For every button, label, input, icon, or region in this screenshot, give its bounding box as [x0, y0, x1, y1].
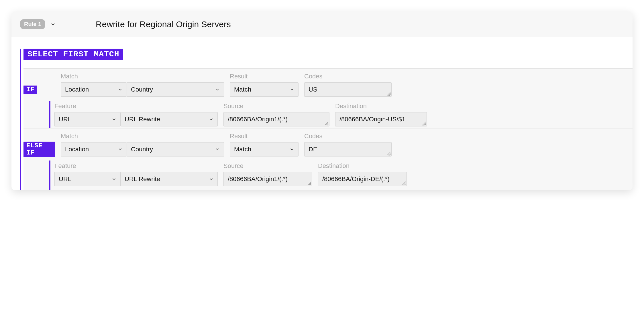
source-label: Source	[223, 162, 312, 170]
feature-category-select[interactable]: URL	[54, 112, 120, 126]
result-select[interactable]: Match	[230, 142, 299, 156]
source-input[interactable]: /80666BA/Origin1/(.*)	[223, 112, 329, 126]
destination-value: /80666BA/Origin-DE/(.*)	[322, 175, 390, 183]
match-label: Match	[61, 73, 224, 80]
match-category-select[interactable]: Location	[61, 82, 127, 97]
chevron-down-icon	[112, 117, 116, 122]
feature-action-select[interactable]: URL Rewrite	[120, 172, 218, 186]
match-label: Match	[61, 132, 224, 140]
rule-number-badge: Rule 1	[20, 19, 45, 29]
match-field-value: Country	[131, 86, 153, 93]
source-label: Source	[223, 102, 329, 110]
chevron-down-icon	[118, 87, 123, 92]
source-value: /80666BA/Origin1/(.*)	[228, 116, 288, 123]
feature-label: Feature	[54, 102, 218, 110]
result-value: Match	[234, 146, 251, 153]
feature-label: Feature	[54, 162, 218, 170]
chevron-down-icon	[290, 87, 294, 92]
feature-section: Feature URL URL Rewrite	[49, 161, 633, 190]
match-category-value: Location	[65, 146, 89, 153]
chevron-down-icon	[290, 147, 294, 152]
resize-grip-icon	[402, 181, 406, 186]
select-first-match-section: SELECT FIRST MATCH IF Match Location	[20, 49, 633, 190]
expand-toggle[interactable]	[50, 22, 56, 27]
feature-action-value: URL Rewrite	[125, 116, 160, 123]
condition-block: ELSE IF Match Location	[23, 128, 633, 190]
if-keyword-badge: IF	[23, 86, 37, 94]
select-first-match-badge: SELECT FIRST MATCH	[23, 49, 123, 60]
match-field-value: Country	[131, 146, 153, 153]
match-field-select[interactable]: Country	[127, 142, 224, 156]
resize-grip-icon	[307, 181, 312, 186]
chevron-down-icon	[209, 177, 213, 181]
codes-input[interactable]: DE	[304, 142, 392, 156]
rule-card: Rule 1 Rewrite for Regional Origin Serve…	[11, 11, 633, 190]
result-select[interactable]: Match	[230, 82, 299, 97]
match-category-select[interactable]: Location	[61, 142, 127, 156]
destination-label: Destination	[335, 102, 427, 110]
resize-grip-icon	[386, 151, 391, 156]
codes-value: US	[309, 86, 317, 93]
feature-category-value: URL	[59, 116, 71, 123]
resize-grip-icon	[386, 92, 391, 96]
source-input[interactable]: /80666BA/Origin1/(.*)	[223, 172, 312, 186]
match-category-value: Location	[65, 86, 89, 93]
chevron-down-icon	[118, 147, 123, 152]
codes-value: DE	[309, 146, 317, 153]
result-label: Result	[230, 132, 299, 140]
condition-block: IF Match Location Count	[23, 68, 633, 128]
feature-action-select[interactable]: URL Rewrite	[120, 112, 218, 126]
resize-grip-icon	[422, 121, 426, 126]
else-if-keyword-badge: ELSE IF	[23, 142, 55, 157]
chevron-down-icon	[209, 117, 213, 122]
destination-value: /80666BA/Origin-US/$1	[339, 116, 405, 123]
resize-grip-icon	[324, 121, 329, 126]
feature-category-select[interactable]: URL	[54, 172, 120, 186]
result-label: Result	[230, 73, 299, 80]
rule-title: Rewrite for Regional Origin Servers	[96, 19, 231, 29]
card-body: SELECT FIRST MATCH IF Match Location	[11, 37, 633, 190]
match-field-select[interactable]: Country	[127, 82, 224, 97]
result-value: Match	[234, 86, 251, 93]
codes-label: Codes	[304, 132, 392, 140]
codes-label: Codes	[304, 73, 392, 80]
chevron-down-icon	[215, 147, 220, 152]
chevron-down-icon	[50, 22, 56, 27]
card-header: Rule 1 Rewrite for Regional Origin Serve…	[11, 11, 633, 37]
codes-input[interactable]: US	[304, 82, 392, 97]
destination-label: Destination	[318, 162, 407, 170]
chevron-down-icon	[112, 177, 116, 181]
chevron-down-icon	[215, 87, 220, 92]
destination-input[interactable]: /80666BA/Origin-US/$1	[335, 112, 427, 126]
feature-category-value: URL	[59, 175, 71, 183]
feature-action-value: URL Rewrite	[125, 175, 160, 183]
destination-input[interactable]: /80666BA/Origin-DE/(.*)	[318, 172, 407, 186]
source-value: /80666BA/Origin1/(.*)	[228, 175, 288, 183]
feature-section: Feature URL URL Rewrite	[49, 101, 633, 128]
